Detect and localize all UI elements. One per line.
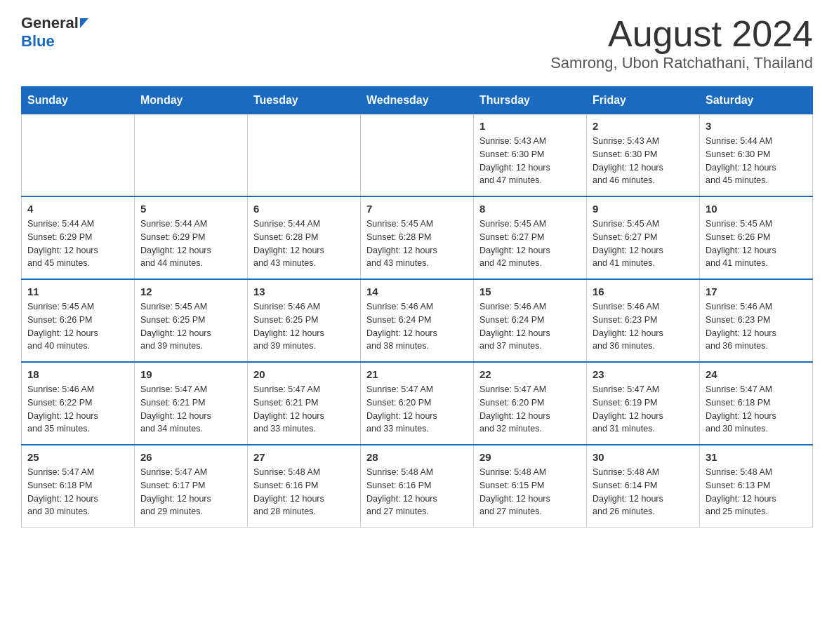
day-number: 5 xyxy=(140,203,241,215)
week-row-3: 11Sunrise: 5:45 AMSunset: 6:26 PMDayligh… xyxy=(22,279,813,362)
calendar-cell: 11Sunrise: 5:45 AMSunset: 6:26 PMDayligh… xyxy=(22,279,135,362)
logo: General Blue xyxy=(21,14,88,51)
calendar-table: SundayMondayTuesdayWednesdayThursdayFrid… xyxy=(21,86,813,528)
day-number: 4 xyxy=(27,203,128,215)
calendar-cell: 14Sunrise: 5:46 AMSunset: 6:24 PMDayligh… xyxy=(361,279,474,362)
day-info: Sunrise: 5:46 AMSunset: 6:23 PMDaylight:… xyxy=(706,300,807,353)
day-number: 21 xyxy=(366,368,468,380)
calendar-cell: 31Sunrise: 5:48 AMSunset: 6:13 PMDayligh… xyxy=(700,445,813,528)
day-number: 3 xyxy=(706,120,807,132)
day-number: 30 xyxy=(593,451,694,463)
day-number: 10 xyxy=(706,203,807,215)
calendar-cell: 18Sunrise: 5:46 AMSunset: 6:22 PMDayligh… xyxy=(22,362,135,445)
day-info: Sunrise: 5:46 AMSunset: 6:25 PMDaylight:… xyxy=(253,300,355,353)
week-row-2: 4Sunrise: 5:44 AMSunset: 6:29 PMDaylight… xyxy=(22,196,813,279)
calendar-subtitle: Samrong, Ubon Ratchathani, Thailand xyxy=(550,54,813,72)
calendar-cell: 27Sunrise: 5:48 AMSunset: 6:16 PMDayligh… xyxy=(248,445,361,528)
calendar-cell xyxy=(361,114,474,197)
day-info: Sunrise: 5:45 AMSunset: 6:26 PMDaylight:… xyxy=(706,217,807,270)
calendar-cell: 29Sunrise: 5:48 AMSunset: 6:15 PMDayligh… xyxy=(474,445,587,528)
weekday-header-wednesday: Wednesday xyxy=(361,87,474,114)
week-row-5: 25Sunrise: 5:47 AMSunset: 6:18 PMDayligh… xyxy=(22,445,813,528)
day-number: 2 xyxy=(593,120,694,132)
calendar-cell: 22Sunrise: 5:47 AMSunset: 6:20 PMDayligh… xyxy=(474,362,587,445)
day-info: Sunrise: 5:43 AMSunset: 6:30 PMDaylight:… xyxy=(479,135,581,187)
calendar-cell: 1Sunrise: 5:43 AMSunset: 6:30 PMDaylight… xyxy=(474,114,587,197)
day-number: 12 xyxy=(140,286,241,297)
calendar-cell: 24Sunrise: 5:47 AMSunset: 6:18 PMDayligh… xyxy=(700,362,813,445)
calendar-cell: 6Sunrise: 5:44 AMSunset: 6:28 PMDaylight… xyxy=(248,196,361,279)
day-info: Sunrise: 5:45 AMSunset: 6:26 PMDaylight:… xyxy=(27,300,128,353)
calendar-cell: 23Sunrise: 5:47 AMSunset: 6:19 PMDayligh… xyxy=(587,362,700,445)
day-info: Sunrise: 5:47 AMSunset: 6:20 PMDaylight:… xyxy=(479,383,581,436)
day-info: Sunrise: 5:48 AMSunset: 6:16 PMDaylight:… xyxy=(366,466,468,518)
weekday-header-tuesday: Tuesday xyxy=(248,87,361,114)
day-number: 18 xyxy=(27,368,128,380)
day-number: 11 xyxy=(27,286,128,297)
day-number: 23 xyxy=(593,368,694,380)
calendar-body: 1Sunrise: 5:43 AMSunset: 6:30 PMDaylight… xyxy=(22,114,813,528)
day-number: 15 xyxy=(479,286,581,297)
calendar-cell: 28Sunrise: 5:48 AMSunset: 6:16 PMDayligh… xyxy=(361,445,474,528)
calendar-cell: 10Sunrise: 5:45 AMSunset: 6:26 PMDayligh… xyxy=(700,196,813,279)
day-number: 16 xyxy=(593,286,694,297)
weekday-header-thursday: Thursday xyxy=(474,87,587,114)
calendar-cell: 26Sunrise: 5:47 AMSunset: 6:17 PMDayligh… xyxy=(135,445,248,528)
day-number: 22 xyxy=(479,368,581,380)
calendar-header: SundayMondayTuesdayWednesdayThursdayFrid… xyxy=(22,87,813,114)
calendar-cell: 15Sunrise: 5:46 AMSunset: 6:24 PMDayligh… xyxy=(474,279,587,362)
calendar-cell xyxy=(22,114,135,197)
day-info: Sunrise: 5:46 AMSunset: 6:24 PMDaylight:… xyxy=(479,300,581,353)
weekday-header-row: SundayMondayTuesdayWednesdayThursdayFrid… xyxy=(22,87,813,114)
day-number: 17 xyxy=(706,286,807,297)
day-info: Sunrise: 5:47 AMSunset: 6:18 PMDaylight:… xyxy=(27,466,128,518)
calendar-cell: 2Sunrise: 5:43 AMSunset: 6:30 PMDaylight… xyxy=(587,114,700,197)
day-number: 24 xyxy=(706,368,807,380)
day-info: Sunrise: 5:45 AMSunset: 6:27 PMDaylight:… xyxy=(593,217,694,270)
page-header: General Blue August 2024 Samrong, Ubon R… xyxy=(21,14,813,72)
calendar-cell xyxy=(248,114,361,197)
day-info: Sunrise: 5:47 AMSunset: 6:18 PMDaylight:… xyxy=(706,383,807,436)
day-info: Sunrise: 5:44 AMSunset: 6:29 PMDaylight:… xyxy=(140,217,241,270)
day-info: Sunrise: 5:46 AMSunset: 6:24 PMDaylight:… xyxy=(366,300,468,353)
weekday-header-saturday: Saturday xyxy=(700,87,813,114)
day-info: Sunrise: 5:45 AMSunset: 6:25 PMDaylight:… xyxy=(140,300,241,353)
calendar-cell: 13Sunrise: 5:46 AMSunset: 6:25 PMDayligh… xyxy=(248,279,361,362)
day-info: Sunrise: 5:47 AMSunset: 6:21 PMDaylight:… xyxy=(253,383,355,436)
calendar-cell: 4Sunrise: 5:44 AMSunset: 6:29 PMDaylight… xyxy=(22,196,135,279)
day-info: Sunrise: 5:47 AMSunset: 6:20 PMDaylight:… xyxy=(366,383,468,436)
calendar-title-block: August 2024 Samrong, Ubon Ratchathani, T… xyxy=(550,14,813,72)
day-number: 6 xyxy=(253,203,355,215)
calendar-cell: 20Sunrise: 5:47 AMSunset: 6:21 PMDayligh… xyxy=(248,362,361,445)
day-info: Sunrise: 5:48 AMSunset: 6:16 PMDaylight:… xyxy=(253,466,355,518)
calendar-cell: 7Sunrise: 5:45 AMSunset: 6:28 PMDaylight… xyxy=(361,196,474,279)
calendar-cell: 21Sunrise: 5:47 AMSunset: 6:20 PMDayligh… xyxy=(361,362,474,445)
day-number: 27 xyxy=(253,451,355,463)
day-info: Sunrise: 5:43 AMSunset: 6:30 PMDaylight:… xyxy=(593,135,694,187)
calendar-cell: 8Sunrise: 5:45 AMSunset: 6:27 PMDaylight… xyxy=(474,196,587,279)
day-number: 31 xyxy=(706,451,807,463)
calendar-cell: 3Sunrise: 5:44 AMSunset: 6:30 PMDaylight… xyxy=(700,114,813,197)
day-info: Sunrise: 5:48 AMSunset: 6:13 PMDaylight:… xyxy=(706,466,807,518)
day-number: 8 xyxy=(479,203,581,215)
calendar-cell: 16Sunrise: 5:46 AMSunset: 6:23 PMDayligh… xyxy=(587,279,700,362)
day-info: Sunrise: 5:46 AMSunset: 6:22 PMDaylight:… xyxy=(27,383,128,436)
day-info: Sunrise: 5:44 AMSunset: 6:30 PMDaylight:… xyxy=(706,135,807,187)
day-info: Sunrise: 5:44 AMSunset: 6:28 PMDaylight:… xyxy=(253,217,355,270)
day-number: 29 xyxy=(479,451,581,463)
calendar-cell: 30Sunrise: 5:48 AMSunset: 6:14 PMDayligh… xyxy=(587,445,700,528)
day-number: 28 xyxy=(366,451,468,463)
weekday-header-friday: Friday xyxy=(587,87,700,114)
day-info: Sunrise: 5:45 AMSunset: 6:27 PMDaylight:… xyxy=(479,217,581,270)
calendar-cell: 5Sunrise: 5:44 AMSunset: 6:29 PMDaylight… xyxy=(135,196,248,279)
day-number: 13 xyxy=(253,286,355,297)
day-number: 25 xyxy=(27,451,128,463)
logo-general-text: General xyxy=(21,14,79,32)
day-info: Sunrise: 5:46 AMSunset: 6:23 PMDaylight:… xyxy=(593,300,694,353)
day-number: 14 xyxy=(366,286,468,297)
week-row-4: 18Sunrise: 5:46 AMSunset: 6:22 PMDayligh… xyxy=(22,362,813,445)
day-number: 7 xyxy=(366,203,468,215)
calendar-cell: 12Sunrise: 5:45 AMSunset: 6:25 PMDayligh… xyxy=(135,279,248,362)
day-info: Sunrise: 5:47 AMSunset: 6:21 PMDaylight:… xyxy=(140,383,241,436)
weekday-header-monday: Monday xyxy=(135,87,248,114)
